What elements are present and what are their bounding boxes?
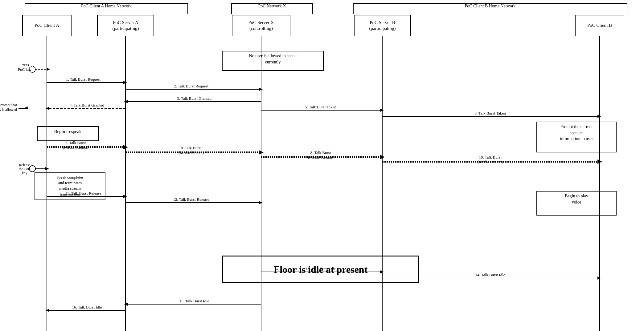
svg-text:(Media Stream): (Media Stream) [478,159,503,164]
svg-text:5. Talk Burst Taken: 5. Talk Burst Taken [305,105,336,109]
arrows-svg: Press PoC key 1. Talk Burst Request 2. T… [0,0,644,331]
svg-text:PoC key: PoC key [18,67,32,72]
svg-text:8. Talk Burst: 8. Talk Burst [181,146,201,150]
svg-text:14. Talk Burst Idle: 14. Talk Burst Idle [475,272,505,277]
svg-text:12. Talk Burst Release: 12. Talk Burst Release [173,197,209,202]
svg-marker-70 [46,309,49,312]
svg-text:16. Talk Burst Idle: 16. Talk Burst Idle [72,305,102,309]
svg-text:Release: Release [19,163,30,167]
svg-text:(Media Stream): (Media Stream) [63,145,88,150]
svg-text:10. Talk Burst: 10. Talk Burst [479,155,502,159]
svg-text:key: key [22,171,27,175]
svg-text:3. Talk Burst Granted: 3. Talk Burst Granted [177,96,212,101]
svg-text:4. Talk Burst Granted: 4. Talk Burst Granted [70,103,105,107]
svg-text:7. Talk Burst: 7. Talk Burst [65,140,86,145]
svg-text:13. Talk Burst Idle: 13. Talk Burst Idle [306,266,335,271]
svg-text:11. Talk Burst Release: 11. Talk Burst Release [65,191,101,196]
svg-marker-7 [47,68,50,71]
svg-marker-20 [46,107,49,110]
svg-text:(Media Stream): (Media Stream) [308,155,333,159]
svg-text:Prompt that: Prompt that [0,103,17,107]
svg-text:2. Talk Burst Request: 2. Talk Burst Request [174,84,209,88]
svg-text:15. Talk Burst Idle: 15. Talk Burst Idle [179,299,209,303]
svg-text:1. Talk Burst Request: 1. Talk Burst Request [66,77,101,82]
svg-text:8. Talk Burst: 8. Talk Burst [310,150,331,155]
sequence-diagram: PoC Client A Home Network PoC Network X … [0,0,644,331]
svg-text:(Media Stream): (Media Stream) [178,150,204,155]
svg-text:speak is allowed: speak is allowed [0,107,17,112]
svg-text:Press: Press [20,63,29,67]
svg-text:the PoC: the PoC [19,167,31,171]
svg-marker-22 [24,107,28,108]
svg-text:6. Talk Burst Taken: 6. Talk Burst Taken [474,111,506,115]
